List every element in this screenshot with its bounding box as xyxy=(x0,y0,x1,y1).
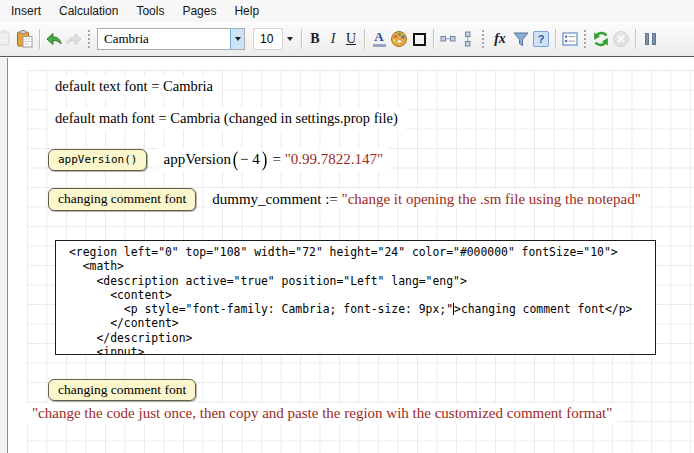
font-family-value: Cambria xyxy=(98,31,149,47)
smath-window: Insert Calculation Tools Pages Help xyxy=(0,0,694,453)
toolbar: Cambria 10 B I U A xyxy=(0,22,694,57)
function-button[interactable]: fx xyxy=(489,31,511,47)
underline-button[interactable]: U xyxy=(342,31,360,47)
equals-sign: = xyxy=(269,151,285,168)
menu-item-tools[interactable]: Tools xyxy=(127,1,173,21)
pause-icon[interactable] xyxy=(640,29,660,49)
app-version-button[interactable]: appVersion() xyxy=(48,149,147,171)
code-line: </content> xyxy=(69,316,655,330)
stop-icon xyxy=(611,29,631,49)
code-text-after-caret: >changing comment font</p> xyxy=(454,302,632,316)
font-color-button[interactable]: A xyxy=(369,29,389,49)
worksheet[interactable]: default text font = Cambria default math… xyxy=(0,58,694,453)
code-line: <content> xyxy=(69,288,655,302)
code-line: <description active="true" position="Lef… xyxy=(69,274,655,288)
help-icon-glyph: ? xyxy=(533,31,549,47)
text-region-default-math-font[interactable]: default math font = Cambria (changed in … xyxy=(48,108,406,130)
close-paren: ) xyxy=(261,149,267,170)
changing-comment-font-button-2[interactable]: changing comment font xyxy=(48,379,196,401)
font-size-value: 10 xyxy=(260,32,273,46)
filter-icon[interactable] xyxy=(511,29,531,49)
variable-name: dummy_comment xyxy=(212,191,321,208)
menu-item-help[interactable]: Help xyxy=(225,1,268,21)
bold-button[interactable]: B xyxy=(306,31,324,47)
align-vertical-icon[interactable] xyxy=(458,29,478,49)
font-family-dropdown-icon[interactable] xyxy=(230,29,244,49)
assign-operator: := xyxy=(321,191,341,208)
regions-list-icon[interactable] xyxy=(560,29,580,49)
changing-comment-font-button-1[interactable]: changing comment font xyxy=(48,188,196,211)
open-paren: ( xyxy=(233,149,239,170)
page-edge-line xyxy=(7,58,8,453)
version-string: "0.99.7822.147" xyxy=(285,151,384,168)
text-region-final-note[interactable]: "change the code just once, then copy an… xyxy=(27,403,617,424)
comment-string: "change it opening the .sm file using th… xyxy=(342,191,641,208)
xml-code-region[interactable]: <region left="0" top="108" width="72" he… xyxy=(55,240,656,355)
code-line: <region left="0" top="108" width="72" he… xyxy=(69,245,655,259)
palette-icon[interactable] xyxy=(389,29,409,49)
menu-item-insert[interactable]: Insert xyxy=(2,1,50,21)
code-line: </description> xyxy=(69,331,655,345)
refresh-icon[interactable] xyxy=(591,29,611,49)
menu-item-calculation[interactable]: Calculation xyxy=(50,1,127,21)
help-icon[interactable]: ? xyxy=(531,29,551,49)
function-arg: − 4 xyxy=(240,151,260,168)
italic-button[interactable]: I xyxy=(324,31,342,47)
menubar: Insert Calculation Tools Pages Help xyxy=(0,0,694,22)
font-size-select[interactable]: 10 xyxy=(253,28,283,50)
font-size-dropdown-icon[interactable] xyxy=(283,29,297,49)
app-version-math-region[interactable]: appVersion ( − 4 ) = "0.99.7822.147" xyxy=(157,148,389,171)
align-horizontal-icon[interactable] xyxy=(438,29,458,49)
code-text-before-caret: <p style="font-family: Cambria; font-siz… xyxy=(69,302,453,316)
redo-icon xyxy=(64,29,84,49)
copy-icon xyxy=(0,29,15,49)
border-icon[interactable] xyxy=(409,29,429,49)
font-color-icon: A xyxy=(369,31,389,47)
font-family-select[interactable]: Cambria xyxy=(97,28,245,50)
menu-item-pages[interactable]: Pages xyxy=(173,1,225,21)
code-line: <input> xyxy=(69,345,655,355)
page-margin xyxy=(0,58,7,453)
text-region-default-text-font[interactable]: default text font = Cambria xyxy=(48,76,221,98)
undo-icon[interactable] xyxy=(44,29,64,49)
function-name: appVersion xyxy=(163,151,231,168)
paste-icon[interactable] xyxy=(15,29,35,49)
dummy-comment-math-region[interactable]: dummy_comment := "change it opening the … xyxy=(206,190,647,209)
code-line-with-caret: <p style="font-family: Cambria; font-siz… xyxy=(69,302,655,316)
code-line: <math> xyxy=(69,259,655,273)
